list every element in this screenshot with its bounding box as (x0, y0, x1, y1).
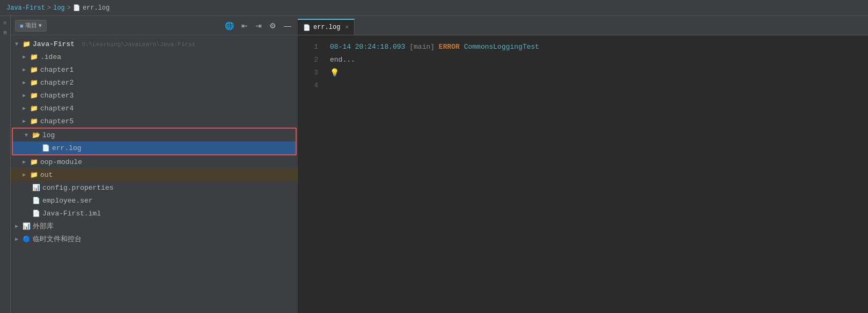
expand-icon-btn[interactable]: ⇥ (253, 20, 264, 31)
chapter1-arrow: ▶ (23, 66, 30, 73)
tree-content[interactable]: ▼ 📁 Java-First D:\Learning\JavaLearn\Jav… (11, 35, 298, 313)
javafirstiml-label: Java-First.iml (42, 210, 101, 218)
breadcrumb-sep1: > (47, 4, 51, 12)
code-line-4 (330, 79, 868, 92)
line-num-2: 2 (298, 54, 318, 66)
project-dropdown-btn[interactable]: ■ 项目 ▾ (15, 20, 47, 32)
minimize-icon-btn[interactable]: — (282, 20, 293, 31)
line1-level: ERROR (439, 43, 460, 51)
tree-item-configprops[interactable]: 📊 config.properties (11, 181, 298, 194)
line2-text: end... (330, 54, 355, 66)
editor-area: 📄 err.log × 1 2 3 4 08-14 20:24:18.093 (298, 16, 868, 313)
log-label: log (42, 131, 55, 139)
configprops-label: config.properties (42, 184, 114, 192)
line-num-3: 3 (298, 66, 318, 79)
tree-item-employeeser[interactable]: 📄 employee.ser (11, 194, 298, 207)
out-label: out (40, 171, 53, 179)
chapter3-folder-icon: 📁 (30, 92, 38, 100)
project-label: 项目 (25, 21, 37, 29)
code-line-3: 💡 (330, 66, 868, 79)
log-group: ▼ 📂 log 📄 err.log (12, 128, 297, 155)
breadcrumb-file[interactable]: err.log (83, 4, 109, 12)
tree-item-out[interactable]: ▶ 📁 out (11, 168, 298, 181)
breadcrumb-folder[interactable]: log (53, 4, 65, 12)
chapter5-arrow: ▶ (23, 118, 30, 124)
code-area[interactable]: 08-14 20:24:18.093 [main] ERROR CommonsL… (325, 35, 868, 313)
chapter2-label: chapter2 (40, 79, 73, 87)
chapter4-folder-icon: 📁 (30, 105, 38, 113)
editor-tabs: 📄 err.log × (298, 16, 868, 35)
settings-icon-btn[interactable]: ⚙ (267, 20, 278, 31)
idea-folder-icon: 📁 (30, 53, 38, 61)
external-label: 外部库 (33, 221, 54, 231)
oopmodule-folder-icon: 📁 (30, 158, 38, 166)
chapter3-label: chapter3 (40, 92, 73, 100)
dropdown-arrow: ▾ (39, 22, 42, 29)
tree-item-temp[interactable]: ▶ 🔵 临时文件和控台 (11, 233, 298, 245)
temp-arrow: ▶ (15, 236, 23, 242)
out-folder-icon: 📁 (30, 171, 38, 179)
errlog-label: err.log (52, 144, 82, 152)
external-icon: 📊 (23, 222, 31, 230)
chapter4-label: chapter4 (40, 105, 73, 113)
tab-errlog-close[interactable]: × (345, 24, 349, 31)
breadcrumb-sep2: > (67, 4, 71, 12)
temp-label: 临时文件和控台 (33, 234, 82, 244)
idea-arrow: ▶ (23, 54, 30, 60)
left-icon-2[interactable]: ⊞ (2, 29, 9, 36)
tree-item-chapter4[interactable]: ▶ 📁 chapter4 (11, 102, 298, 115)
external-arrow: ▶ (15, 223, 23, 229)
chapter2-folder-icon: 📁 (30, 79, 38, 87)
tree-root[interactable]: ▼ 📁 Java-First D:\Learning\JavaLearn\Jav… (11, 38, 298, 50)
errlog-icon: 📄 (42, 144, 50, 152)
chapter4-arrow: ▶ (23, 105, 30, 111)
log-folder-icon: 📂 (32, 131, 40, 139)
log-arrow: ▼ (25, 132, 32, 138)
collapse-icon-btn[interactable]: ⇤ (239, 20, 250, 31)
oopmodule-arrow: ▶ (23, 159, 30, 165)
chapter2-arrow: ▶ (23, 79, 30, 86)
tree-item-oopmodule[interactable]: ▶ 📁 oop-module (11, 155, 298, 168)
tree-item-chapter2[interactable]: ▶ 📁 chapter2 (11, 76, 298, 89)
left-icon-1[interactable]: ≡ (2, 19, 9, 27)
line1-class: CommonsLoggingTest (464, 43, 539, 51)
chapter1-folder-icon: 📁 (30, 66, 38, 74)
tree-item-chapter3[interactable]: ▶ 📁 chapter3 (11, 89, 298, 102)
temp-icon: 🔵 (23, 235, 31, 243)
tree-item-idea[interactable]: ▶ 📁 .idea (11, 50, 298, 63)
line1-date: 08-14 20:24:18.093 (330, 43, 405, 51)
tree-item-external[interactable]: ▶ 📊 外部库 (11, 220, 298, 233)
project-folder-icon: ■ (20, 23, 24, 29)
oopmodule-label: oop-module (40, 158, 82, 166)
file-tree-panel: ■ 项目 ▾ 🌐 ⇤ ⇥ ⚙ — ▼ 📁 Java-First D:\Learn… (11, 16, 298, 313)
line1-text: 08-14 20:24:18.093 [main] ERROR CommonsL… (330, 41, 539, 54)
breadcrumb-file-icon: 📄 (73, 4, 80, 11)
idea-label: .idea (40, 53, 61, 61)
tree-item-log[interactable]: ▼ 📂 log (13, 129, 296, 141)
line4-empty (330, 79, 334, 92)
root-label: Java-First D:\Learning\JavaLearn\Java-Fi… (33, 40, 195, 48)
lightbulb-icon[interactable]: 💡 (330, 66, 339, 79)
title-bar: Java-First > log > 📄 err.log (0, 0, 868, 16)
editor-content: 1 2 3 4 08-14 20:24:18.093 [main] ERROR … (298, 35, 868, 313)
out-arrow: ▶ (23, 172, 30, 178)
chapter5-folder-icon: 📁 (30, 117, 38, 125)
tree-toolbar: ■ 项目 ▾ 🌐 ⇤ ⇥ ⚙ — (11, 16, 298, 35)
tree-item-chapter5[interactable]: ▶ 📁 chapter5 (11, 115, 298, 128)
tree-item-errlog[interactable]: 📄 err.log (13, 141, 296, 154)
globe-icon-btn[interactable]: 🌐 (223, 20, 236, 31)
line-numbers: 1 2 3 4 (298, 35, 325, 313)
employeeser-label: employee.ser (42, 197, 93, 205)
chapter1-label: chapter1 (40, 66, 73, 74)
tab-errlog[interactable]: 📄 err.log × (298, 19, 355, 35)
code-line-2: end... (330, 54, 868, 66)
chapter3-arrow: ▶ (23, 92, 30, 99)
breadcrumb-project[interactable]: Java-First (6, 4, 45, 12)
line1-thread: [main] (409, 43, 439, 51)
tab-errlog-label: err.log (313, 24, 340, 31)
tree-item-chapter1[interactable]: ▶ 📁 chapter1 (11, 63, 298, 76)
line-num-4: 4 (298, 79, 318, 92)
tree-item-javafirstiml[interactable]: 📄 Java-First.iml (11, 207, 298, 220)
line-num-1: 1 (298, 41, 318, 54)
left-strip: ≡ ⊞ (0, 16, 11, 313)
